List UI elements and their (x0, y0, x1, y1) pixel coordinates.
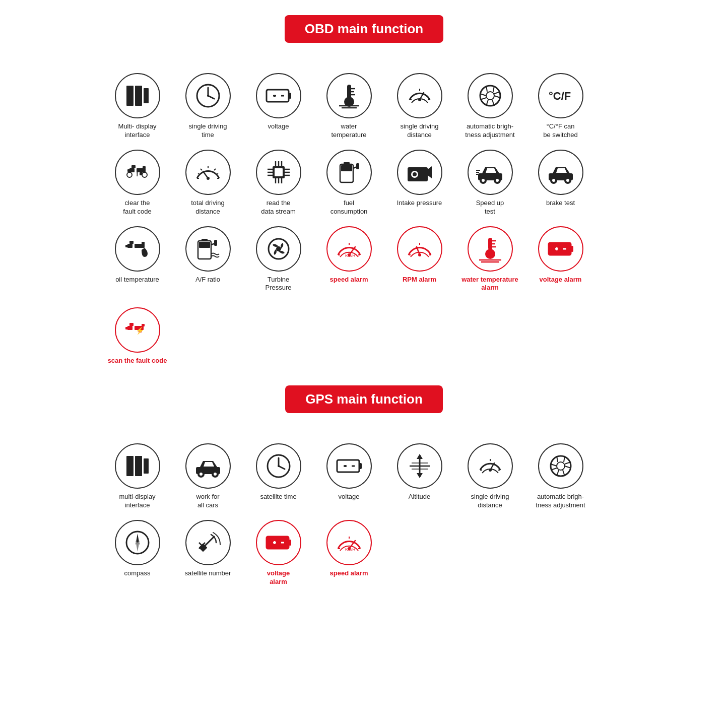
gps-icon-satellite-num: satellite number (173, 520, 243, 586)
icon-label-read-data: read thedata stream (261, 199, 296, 216)
icon-label-multi-display: Multi- displayinterface (118, 122, 157, 140)
battery-red-icon (546, 234, 576, 264)
gps-multi-display-icon (122, 451, 153, 481)
water-temp-red-icon (475, 234, 505, 264)
icon-circle-chip (256, 150, 301, 195)
obd-icon-grid: Multi- displayinterface single drivingti… (102, 73, 626, 302)
icon-circle-water-temp (326, 73, 372, 118)
svg-line-47 (201, 169, 202, 170)
icon-multi-display: Multi- displayinterface (102, 73, 173, 140)
gps-icon-compass: compass (102, 520, 173, 586)
svg-rect-119 (549, 243, 571, 255)
fuel-gauge-icon (193, 234, 223, 264)
gps-icon-single-dist: single drivingdistance (455, 443, 525, 510)
speedometer-red-icon: KM/H (334, 234, 364, 264)
svg-rect-131 (126, 456, 134, 476)
svg-point-142 (278, 465, 280, 467)
svg-line-48 (214, 169, 216, 170)
svg-rect-0 (126, 86, 134, 106)
svg-rect-132 (135, 456, 142, 476)
svg-line-163 (551, 464, 557, 466)
svg-point-75 (413, 172, 417, 176)
gps-icon-label-voltage: voltage (339, 493, 360, 501)
icon-circle-water-alarm (468, 226, 513, 272)
icon-circle-turbine (256, 226, 301, 272)
svg-rect-54 (275, 168, 283, 176)
svg-point-42 (142, 172, 147, 177)
icon-read-data: read thedata stream (243, 150, 314, 216)
svg-line-32 (494, 96, 500, 98)
svg-rect-39 (143, 166, 146, 169)
svg-line-28 (480, 94, 486, 96)
icon-af-ratio: A/F ratio (173, 226, 243, 293)
gps-icon-circle-compass (115, 520, 160, 565)
obd-scan-row: ⚡ scan the fault code (102, 307, 626, 375)
icon-label-speed-alarm: speed alarm (330, 276, 368, 284)
icon-turbine: TurbinePressure (243, 226, 314, 293)
svg-point-25 (486, 92, 494, 100)
icon-label-cf: °C/°F canbe switched (543, 122, 578, 140)
svg-point-136 (200, 473, 203, 476)
svg-point-88 (566, 179, 569, 182)
obd-title: OBD main function (285, 15, 443, 43)
icon-water-temp-alarm: water temperaturealarm (455, 226, 525, 293)
svg-rect-112 (488, 238, 492, 250)
svg-point-80 (496, 179, 499, 182)
icon-circle-single-dist (397, 73, 442, 118)
svg-point-186 (348, 547, 351, 550)
multi-display-icon (122, 81, 153, 111)
icon-circle-multi-display (115, 73, 160, 118)
gps-icon-auto-brightness: automatic brigh-tness adjustment (525, 443, 596, 510)
svg-rect-12 (347, 85, 351, 99)
gps-icon-label-altitude: Altitude (409, 493, 430, 501)
svg-point-113 (485, 249, 495, 259)
icon-circle-speed-up (468, 150, 513, 195)
icon-label-auto-brightness: automatic brigh-tness adjustment (465, 122, 514, 140)
icon-label-single-driving-time: single drivingtime (189, 122, 227, 140)
icon-circle-total-dist (185, 150, 231, 195)
gps-icon-voltage: voltage (314, 443, 384, 510)
obd-header: OBD main function (102, 15, 626, 58)
svg-point-24 (480, 86, 500, 106)
icon-speed-up-test: Speed uptest (455, 150, 525, 216)
icon-label-scan-fault: scan the fault code (108, 357, 167, 365)
svg-rect-96 (202, 239, 208, 241)
icon-label-voltage-alarm: voltage alarm (540, 276, 582, 284)
icon-oil-temp: oil temperature (102, 226, 173, 293)
car-brake-icon (546, 157, 576, 187)
gps-icon-all-cars: work forall cars (173, 443, 243, 510)
icon-water-temp: watertemperature (314, 73, 384, 140)
icon-label-turbine: TurbinePressure (265, 276, 291, 293)
icon-circle-engine-warning: ! (115, 150, 160, 195)
icon-label-intake-pressure: Intake pressure (397, 199, 442, 208)
icon-circle-intake (397, 150, 442, 195)
svg-marker-149 (417, 454, 423, 459)
gps-clock-icon (263, 451, 294, 481)
svg-text:°C/F: °C/F (549, 90, 571, 102)
gps-icon-circle-voltage-alarm (256, 520, 301, 565)
car-side-icon (475, 157, 505, 187)
svg-rect-91 (129, 241, 134, 244)
svg-rect-8 (289, 93, 291, 99)
engine-warning-icon: ! (122, 157, 153, 187)
clock-icon (193, 81, 223, 111)
obd-section: OBD main function Multi- displayinterfac… (102, 15, 626, 375)
gps-title: GPS main function (285, 385, 443, 413)
svg-line-51 (198, 173, 200, 174)
svg-line-167 (565, 466, 571, 468)
svg-point-78 (482, 179, 485, 182)
icon-circle-af (185, 226, 231, 272)
battery-icon (263, 81, 294, 111)
icon-label-rpm-alarm: RPM alarm (403, 276, 436, 284)
icon-circle-voltage-alarm (538, 226, 583, 272)
svg-point-138 (214, 473, 217, 476)
icon-speed-alarm: KM/H speed alarm (314, 226, 384, 293)
svg-rect-7 (267, 90, 289, 102)
camera-icon (405, 157, 435, 187)
svg-line-141 (279, 466, 285, 469)
gps-icon-circle-voltage (326, 443, 372, 489)
icon-circle-brake (538, 150, 583, 195)
svg-rect-37 (131, 165, 136, 168)
svg-rect-95 (199, 242, 210, 248)
cf-icon: °C/F (546, 81, 576, 111)
